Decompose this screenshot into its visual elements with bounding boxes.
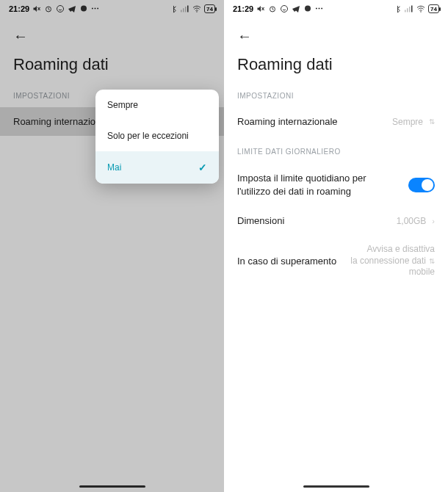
row-roaming-international[interactable]: Roaming internazionale Sempre⇅ bbox=[224, 107, 448, 136]
phone-left: 21:29 ⋯ bbox=[0, 0, 224, 492]
option-label: Solo per le eccezioni bbox=[107, 131, 189, 141]
whatsapp-icon bbox=[280, 4, 289, 13]
row-size[interactable]: Dimensioni 1,00GB› bbox=[224, 206, 448, 235]
back-button[interactable]: ← bbox=[237, 28, 252, 44]
svg-rect-11 bbox=[405, 10, 406, 12]
toggle-daily-limit[interactable] bbox=[408, 178, 435, 192]
row-label: Imposta il limite quotidiano per l'utili… bbox=[237, 172, 384, 198]
chevron-right-icon: › bbox=[432, 217, 435, 225]
row-label: In caso di superamento bbox=[237, 256, 350, 267]
row-on-exceed[interactable]: In caso di superamento Avvisa e disattiv… bbox=[224, 235, 448, 287]
telegram-icon bbox=[292, 4, 300, 13]
home-indicator[interactable] bbox=[303, 485, 369, 488]
battery-indicator: 74 bbox=[428, 4, 439, 13]
alarm-icon bbox=[268, 4, 277, 13]
row-daily-limit-toggle[interactable]: Imposta il limite quotidiano per l'utili… bbox=[224, 163, 448, 206]
roaming-options-modal: Sempre Solo per le eccezioni Mai ✓ bbox=[95, 90, 219, 184]
svg-point-9 bbox=[281, 6, 288, 12]
svg-rect-14 bbox=[411, 6, 413, 12]
svg-rect-12 bbox=[407, 8, 408, 12]
signal-icon bbox=[405, 4, 413, 13]
option-sempre[interactable]: Sempre bbox=[95, 90, 219, 120]
option-label: Mai bbox=[107, 162, 121, 173]
modal-scrim[interactable] bbox=[0, 0, 224, 492]
section-header-daily-limit: LIMITE DATI GIORNALIERO bbox=[224, 143, 448, 163]
row-label: Roaming internazionale bbox=[237, 116, 392, 127]
updown-icon: ⇅ bbox=[429, 117, 435, 126]
bluetooth-icon bbox=[393, 4, 402, 13]
mute-icon bbox=[256, 4, 265, 13]
row-value: 1,00GB› bbox=[397, 216, 435, 226]
option-solo-eccezioni[interactable]: Solo per le eccezioni bbox=[95, 120, 219, 151]
row-value: Avvisa e disattiva la connessione dati⇅ … bbox=[350, 244, 435, 278]
option-label: Sempre bbox=[107, 100, 138, 110]
svg-rect-13 bbox=[409, 7, 411, 12]
status-time: 21:29 bbox=[233, 4, 253, 13]
svg-point-10 bbox=[305, 6, 311, 12]
status-bar: 21:29 ⋯ bbox=[224, 0, 448, 18]
updown-icon: ⇅ bbox=[429, 256, 435, 266]
check-icon: ✓ bbox=[198, 162, 207, 173]
status-more: ⋯ bbox=[315, 4, 323, 14]
messenger-icon bbox=[303, 4, 312, 13]
svg-point-15 bbox=[420, 11, 422, 12]
page-title: Roaming dati bbox=[224, 51, 448, 87]
section-header-settings: IMPOSTAZIONI bbox=[224, 87, 448, 107]
wifi-icon bbox=[416, 4, 425, 13]
row-label: Dimensioni bbox=[237, 215, 397, 226]
row-value: Sempre⇅ bbox=[392, 117, 435, 127]
phone-right: 21:29 ⋯ bbox=[224, 0, 448, 492]
option-mai[interactable]: Mai ✓ bbox=[95, 151, 219, 184]
